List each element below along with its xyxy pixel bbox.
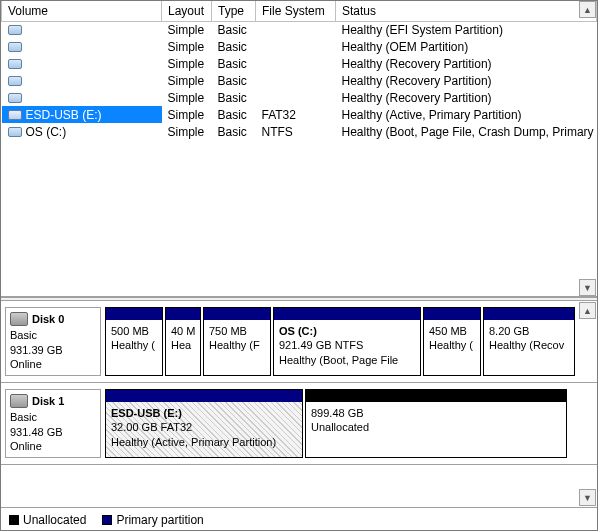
partition[interactable]: 8.20 GBHealthy (Recov: [483, 307, 575, 376]
volume-type: Basic: [212, 89, 256, 106]
scroll-up-button[interactable]: ▲: [579, 1, 596, 18]
partition[interactable]: 500 MBHealthy (: [105, 307, 163, 376]
partition-body: 750 MBHealthy (F: [204, 320, 270, 375]
drive-icon: [8, 110, 22, 120]
volume-fs: NTFS: [256, 123, 336, 140]
unallocated-stripe-icon: [306, 390, 566, 402]
partition-size: 921.49 GB NTFS: [279, 339, 363, 351]
disk-state: Online: [10, 357, 96, 371]
volume-row[interactable]: SimpleBasicHealthy (Recovery Partition): [2, 89, 597, 106]
partition-body: 899.48 GBUnallocated: [306, 402, 566, 457]
drive-icon: [8, 25, 22, 35]
volume-name: ESD-USB (E:): [26, 108, 102, 122]
scroll-down-button[interactable]: ▼: [579, 279, 596, 296]
primary-swatch-icon: [102, 515, 112, 525]
partition-status: Healthy (F: [209, 339, 260, 351]
volume-layout: Simple: [162, 123, 212, 140]
volume-status: Healthy (Recovery Partition): [336, 72, 597, 89]
col-filesystem[interactable]: File System: [256, 1, 336, 21]
volume-layout: Simple: [162, 21, 212, 38]
col-status[interactable]: Status: [336, 1, 597, 21]
partition-size: 32.00 GB FAT32: [111, 421, 192, 433]
partitions: ESD-USB (E:)32.00 GB FAT32Healthy (Activ…: [105, 389, 577, 458]
legend-primary: Primary partition: [102, 513, 203, 527]
partition-title: ESD-USB (E:): [111, 407, 182, 419]
disk-size: 931.48 GB: [10, 425, 96, 439]
partition-body: OS (C:)921.49 GB NTFSHealthy (Boot, Page…: [274, 320, 420, 375]
partition-body: 500 MBHealthy (: [106, 320, 162, 375]
drive-icon: [8, 42, 22, 52]
volume-type: Basic: [212, 38, 256, 55]
unallocated-swatch-icon: [9, 515, 19, 525]
disk-row: Disk 0Basic931.39 GBOnline500 MBHealthy …: [1, 301, 597, 383]
partition-size: 450 MB: [429, 325, 467, 337]
volume-row[interactable]: SimpleBasicHealthy (EFI System Partition…: [2, 21, 597, 38]
volume-row[interactable]: SimpleBasicHealthy (Recovery Partition): [2, 72, 597, 89]
partition-status: Healthy (Boot, Page File: [279, 354, 398, 366]
volume-fs: [256, 38, 336, 55]
partition[interactable]: 450 MBHealthy (: [423, 307, 481, 376]
volume-layout: Simple: [162, 38, 212, 55]
disk-label: Disk 1: [32, 394, 64, 408]
disk-info[interactable]: Disk 1Basic931.48 GBOnline: [5, 389, 101, 458]
volume-row[interactable]: SimpleBasicHealthy (Recovery Partition): [2, 55, 597, 72]
partition-status: Healthy (: [111, 339, 155, 351]
partition[interactable]: OS (C:)921.49 GB NTFSHealthy (Boot, Page…: [273, 307, 421, 376]
volume-fs: FAT32: [256, 106, 336, 123]
volume-type: Basic: [212, 72, 256, 89]
disk-row: Disk 1Basic931.48 GBOnlineESD-USB (E:)32…: [1, 383, 597, 465]
partition-status: Healthy (: [429, 339, 473, 351]
legend: Unallocated Primary partition: [1, 507, 597, 531]
volume-type: Basic: [212, 106, 256, 123]
volume-type: Basic: [212, 55, 256, 72]
col-volume[interactable]: Volume: [2, 1, 162, 21]
volume-layout: Simple: [162, 72, 212, 89]
partition[interactable]: 40 MHea: [165, 307, 201, 376]
volume-status: Healthy (Recovery Partition): [336, 89, 597, 106]
primary-stripe-icon: [274, 308, 420, 320]
partition-body: 8.20 GBHealthy (Recov: [484, 320, 574, 375]
legend-unallocated: Unallocated: [9, 513, 86, 527]
volume-row[interactable]: ESD-USB (E:)SimpleBasicFAT32Healthy (Act…: [2, 106, 597, 123]
partitions: 500 MBHealthy (40 MHea750 MBHealthy (FOS…: [105, 307, 577, 376]
partition-body: 450 MBHealthy (: [424, 320, 480, 375]
partition-body: ESD-USB (E:)32.00 GB FAT32Healthy (Activ…: [106, 402, 302, 457]
col-layout[interactable]: Layout: [162, 1, 212, 21]
disk-state: Online: [10, 439, 96, 453]
drive-icon: [8, 76, 22, 86]
scroll-down-button[interactable]: ▼: [579, 489, 596, 506]
volume-fs: [256, 55, 336, 72]
partition-size: 500 MB: [111, 325, 149, 337]
volume-layout: Simple: [162, 106, 212, 123]
primary-stripe-icon: [106, 308, 162, 320]
volume-status: Healthy (Active, Primary Partition): [336, 106, 597, 123]
volume-status: Healthy (Recovery Partition): [336, 55, 597, 72]
scroll-up-button[interactable]: ▲: [579, 302, 596, 319]
disk-icon: [10, 394, 28, 408]
disk-info[interactable]: Disk 0Basic931.39 GBOnline: [5, 307, 101, 376]
partition-body: 40 MHea: [166, 320, 200, 375]
drive-icon: [8, 93, 22, 103]
primary-stripe-icon: [106, 390, 302, 402]
disk-icon: [10, 312, 28, 326]
volume-type: Basic: [212, 123, 256, 140]
volume-row[interactable]: OS (C:)SimpleBasicNTFSHealthy (Boot, Pag…: [2, 123, 597, 140]
partition[interactable]: ESD-USB (E:)32.00 GB FAT32Healthy (Activ…: [105, 389, 303, 458]
primary-stripe-icon: [204, 308, 270, 320]
partition[interactable]: 899.48 GBUnallocated: [305, 389, 567, 458]
volume-fs: [256, 21, 336, 38]
disk-type: Basic: [10, 410, 96, 424]
primary-stripe-icon: [484, 308, 574, 320]
volume-table: Volume Layout Type File System Status Si…: [1, 1, 597, 140]
volume-layout: Simple: [162, 55, 212, 72]
volume-list-pane: Volume Layout Type File System Status Si…: [1, 1, 597, 297]
drive-icon: [8, 127, 22, 137]
partition-status: Healthy (Active, Primary Partition): [111, 436, 276, 448]
col-type[interactable]: Type: [212, 1, 256, 21]
volume-type: Basic: [212, 21, 256, 38]
disk-size: 931.39 GB: [10, 343, 96, 357]
partition[interactable]: 750 MBHealthy (F: [203, 307, 271, 376]
volume-status: Healthy (Boot, Page File, Crash Dump, Pr…: [336, 123, 597, 140]
partition-size: 750 MB: [209, 325, 247, 337]
volume-row[interactable]: SimpleBasicHealthy (OEM Partition): [2, 38, 597, 55]
